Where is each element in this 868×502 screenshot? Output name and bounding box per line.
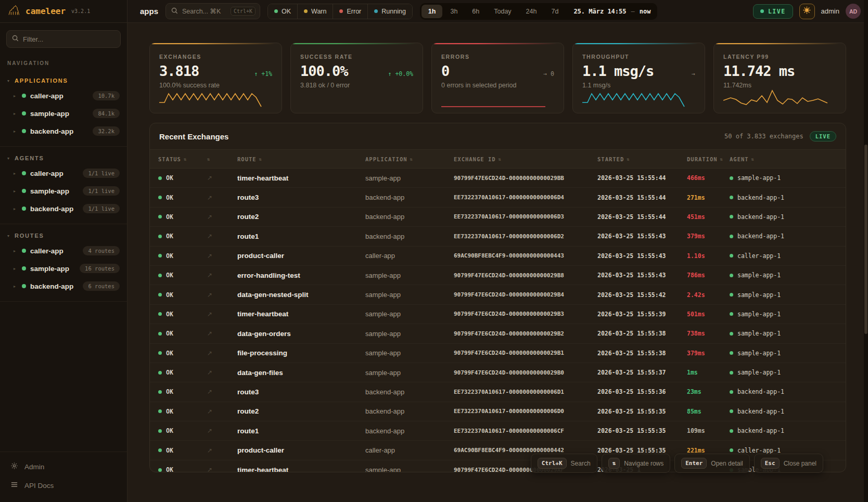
- agent-label: sample-app-1: [737, 272, 781, 279]
- sidebar-item-badge: 1/1 live: [83, 186, 120, 196]
- time-range-today[interactable]: Today: [487, 5, 518, 18]
- sidebar-item-sample-app[interactable]: ▸sample-app84.1k: [0, 105, 127, 122]
- time-range-6h[interactable]: 6h: [465, 5, 486, 18]
- sidebar-item-backend-app[interactable]: ▸backend-app1/1 live: [0, 200, 127, 217]
- time-range-1h[interactable]: 1h: [422, 5, 443, 18]
- column-header-agent[interactable]: AGENT⇅: [721, 156, 846, 162]
- column-label: APPLICATION: [365, 156, 407, 162]
- status-dot-icon: [22, 266, 26, 271]
- live-toggle-button[interactable]: LIVE: [753, 4, 793, 19]
- status-label: OK: [166, 291, 173, 299]
- sidebar-item-sample-app[interactable]: ▸sample-app1/1 live: [0, 182, 127, 200]
- sidebar-item-badge: 1/1 live: [83, 204, 120, 213]
- sidebar-item-sample-app[interactable]: ▸sample-app16 routes: [0, 260, 127, 277]
- status-cell: OK: [150, 174, 199, 182]
- column-header-application[interactable]: APPLICATION⇅: [357, 156, 445, 162]
- section-header-applications[interactable]: ▾APPLICATIONS: [0, 74, 127, 87]
- sidebar-filter-input[interactable]: Filter...: [6, 30, 121, 48]
- agent-dot-icon: [730, 312, 733, 316]
- route-cell: data-gen-nested-split: [229, 291, 357, 299]
- table-row[interactable]: OK↗route3backend-appEE7322370A10617-0000…: [150, 188, 846, 207]
- kpi-card-success-rate[interactable]: SUCCESS RATE100.0%↑ +0.0%3.818 ok / 0 er…: [290, 43, 423, 113]
- column-header-status[interactable]: STATUS⇅: [150, 156, 199, 162]
- status-filter-running[interactable]: Running: [368, 4, 412, 19]
- search-placeholder: Search... ⌘K: [182, 7, 226, 15]
- sidebar-item-caller-app[interactable]: ▸caller-app4 routes: [0, 242, 127, 260]
- trend-arrow-icon: ↗: [199, 194, 229, 201]
- exchange-id-cell: EE7322370A10617-00000000000006D4: [445, 194, 589, 201]
- avatar[interactable]: AD: [846, 4, 861, 19]
- kpi-card-exchanges[interactable]: EXCHANGES3.818↑ +1%100.0% success rate: [149, 43, 282, 113]
- duration-cell: 501ms: [679, 311, 721, 318]
- kpi-value: 100.0%: [300, 63, 348, 79]
- route-cell: error-handling-test: [229, 272, 357, 279]
- column-header-route[interactable]: ROUTE⇅: [229, 156, 357, 162]
- column-header-duration[interactable]: DURATION⇅: [679, 156, 721, 162]
- status-label: OK: [166, 330, 173, 337]
- section-header-routes[interactable]: ▾ROUTES: [0, 229, 127, 242]
- table-row[interactable]: OK↗error-handling-testsample-app90799F47…: [150, 266, 846, 285]
- sidebar-item-backend-app[interactable]: ▸backend-app32.2k: [0, 122, 127, 140]
- column-header-started[interactable]: STARTED⇅: [589, 156, 679, 162]
- route-cell: data-gen-orders: [229, 330, 357, 338]
- datetime-now[interactable]: now: [640, 8, 651, 15]
- table-row[interactable]: OK↗product-callercaller-app69AC90BF8EBC4…: [150, 247, 846, 266]
- sort-icon: ⇅: [499, 157, 502, 162]
- started-cell: 2026-03-25 15:55:38: [589, 330, 679, 337]
- page-scrollbar[interactable]: [864, 0, 868, 502]
- kpi-card-errors[interactable]: ERRORS0→ 00 errors in selected period: [431, 43, 564, 113]
- search-icon: [12, 35, 19, 43]
- time-range-24h[interactable]: 24h: [519, 5, 544, 18]
- trend-arrow-icon: ↗: [199, 408, 229, 415]
- agent-dot-icon: [730, 448, 733, 452]
- route-cell: route3: [229, 388, 357, 396]
- status-filter-warn[interactable]: Warn: [298, 4, 333, 19]
- time-range-3h[interactable]: 3h: [443, 5, 464, 18]
- status-dot-icon: [374, 9, 378, 13]
- table-row[interactable]: OK↗route2backend-appEE7322370A10617-0000…: [150, 402, 846, 421]
- agent-dot-icon: [730, 409, 733, 413]
- column-header-icon[interactable]: ⇅: [199, 157, 229, 162]
- table-row[interactable]: OK↗route2backend-appEE7322370A10617-0000…: [150, 208, 846, 227]
- column-label: STARTED: [597, 156, 624, 162]
- chevron-right-icon: ▸: [14, 249, 18, 253]
- page-scrollbar-thumb[interactable]: [864, 145, 867, 334]
- theme-toggle-button[interactable]: [799, 4, 815, 19]
- table-column-header-row: STATUS⇅⇅ROUTE⇅APPLICATION⇅EXCHANGE ID⇅ST…: [150, 149, 846, 169]
- table-row[interactable]: OK↗data-gen-orderssample-app90799F47E6CD…: [150, 324, 846, 343]
- status-label: OK: [166, 388, 173, 395]
- status-filter-group: OKWarnErrorRunning: [267, 4, 413, 19]
- status-filter-ok[interactable]: OK: [268, 4, 298, 19]
- column-header-exchange-id[interactable]: EXCHANGE ID⇅: [445, 156, 589, 162]
- context-tab-apps[interactable]: apps: [140, 7, 158, 16]
- sidebar-item-caller-app[interactable]: ▸caller-app10.7k: [0, 87, 127, 105]
- status-filter-error[interactable]: Error: [333, 4, 368, 19]
- search-input[interactable]: Search... ⌘K Ctrl+K: [165, 3, 260, 19]
- kpi-card-throughput[interactable]: THROUGHPUT1.1 msg/s→1.1 msg/s: [572, 43, 705, 113]
- table-row[interactable]: OK↗route1backend-appEE7322370A10617-0000…: [150, 227, 846, 246]
- table-row[interactable]: OK↗data-gen-nested-splitsample-app90799F…: [150, 285, 846, 304]
- section-header-agents[interactable]: ▾AGENTS: [0, 152, 127, 164]
- route-cell: route3: [229, 194, 357, 201]
- sidebar-footer-api-docs[interactable]: API Docs: [0, 476, 127, 495]
- current-datetime[interactable]: 25. März 14:55: [573, 8, 626, 15]
- time-range-7d[interactable]: 7d: [544, 5, 565, 18]
- status-dot-icon: [22, 189, 26, 193]
- table-row[interactable]: OK↗timer-heartbeatsample-app90799F47E6CD…: [150, 169, 846, 188]
- sidebar-footer-admin[interactable]: Admin: [0, 457, 127, 476]
- table-row[interactable]: OK↗route3backend-appEE7322370A10617-0000…: [150, 382, 846, 402]
- table-row[interactable]: OK↗data-gen-filessample-app90799F47E6CD2…: [150, 363, 846, 382]
- agent-dot-icon: [730, 274, 733, 277]
- agent-dot-icon: [730, 235, 733, 238]
- exchange-id-cell: 90799F47E6CD24D-00000000000029B4: [445, 291, 589, 298]
- table-row[interactable]: OK↗file-processingsample-app90799F47E6CD…: [150, 344, 846, 363]
- kpi-card-latency-p99[interactable]: LATENCY P9911.742 ms11.742ms: [713, 43, 846, 113]
- sidebar-item-backend-app[interactable]: ▸backend-app6 routes: [0, 277, 127, 295]
- sidebar-item-badge: 4 routes: [83, 246, 120, 255]
- shortcut-label: Search: [571, 460, 591, 467]
- table-row[interactable]: OK↗timer-heartbeatsample-app90799F47E6CD…: [150, 305, 846, 324]
- sidebar-item-caller-app[interactable]: ▸caller-app1/1 live: [0, 164, 127, 182]
- table-row[interactable]: OK↗route1backend-appEE7322370A10617-0000…: [150, 421, 846, 441]
- section-label: APPLICATIONS: [15, 78, 68, 84]
- agent-cell: sample-app-1: [721, 272, 846, 279]
